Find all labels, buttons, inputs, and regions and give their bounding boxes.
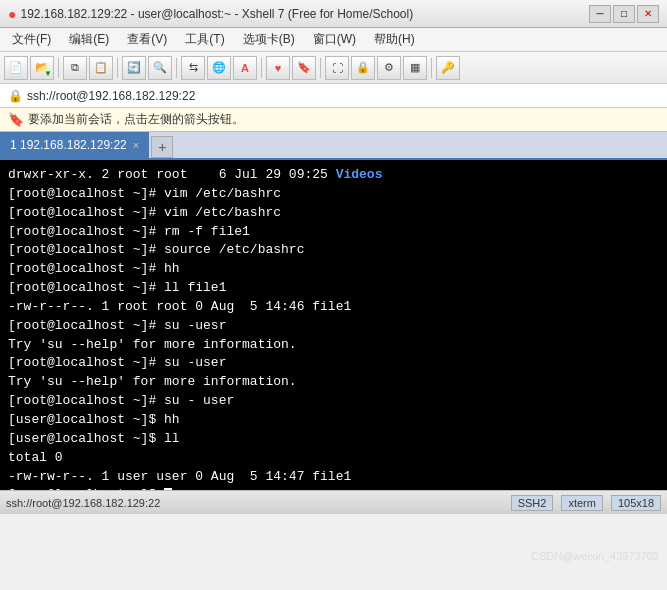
fullscreen-button[interactable]: ⛶ xyxy=(325,56,349,80)
term-badge: xterm xyxy=(561,495,603,511)
terminal-line: [root@localhost ~]# rm -f file1 xyxy=(8,223,659,242)
transfer-button[interactable]: ⇆ xyxy=(181,56,205,80)
status-right: SSH2 xterm 105x18 xyxy=(511,495,661,511)
toolbar-separator-5 xyxy=(320,58,321,78)
bookmark-button[interactable]: 🔖 xyxy=(292,56,316,80)
menu-view[interactable]: 查看(V) xyxy=(119,29,175,50)
new-tab-button[interactable]: + xyxy=(151,136,173,158)
menu-help[interactable]: 帮助(H) xyxy=(366,29,423,50)
size-badge: 105x18 xyxy=(611,495,661,511)
grid-button[interactable]: ▦ xyxy=(403,56,427,80)
info-icon: 🔖 xyxy=(8,112,24,127)
lock-button[interactable]: 🔒 xyxy=(351,56,375,80)
menu-bar: 文件(F) 编辑(E) 查看(V) 工具(T) 选项卡(B) 窗口(W) 帮助(… xyxy=(0,28,667,52)
status-url: ssh://root@192.168.182.129:22 xyxy=(6,497,511,509)
heart-button[interactable]: ♥ xyxy=(266,56,290,80)
terminal-line: [root@localhost ~]# ll file1 xyxy=(8,279,659,298)
search-button[interactable]: 🔍 xyxy=(148,56,172,80)
window-controls: ─ □ ✕ xyxy=(589,5,659,23)
title-bar: ● 192.168.182.129:22 - user@localhost:~ … xyxy=(0,0,667,28)
ssh-badge: SSH2 xyxy=(511,495,554,511)
terminal-line: [root@localhost ~]# su -uesr xyxy=(8,317,659,336)
menu-edit[interactable]: 编辑(E) xyxy=(61,29,117,50)
terminal-line: [root@localhost ~]# su - user xyxy=(8,392,659,411)
address-text: ssh://root@192.168.182.129:22 xyxy=(27,89,195,103)
toolbar-separator-1 xyxy=(58,58,59,78)
terminal-line: [root@localhost ~]# vim /etc/bashrc xyxy=(8,185,659,204)
terminal-line: [root@localhost ~]# vim /etc/bashrc xyxy=(8,204,659,223)
menu-tools[interactable]: 工具(T) xyxy=(177,29,232,50)
key-button[interactable]: 🔑 xyxy=(436,56,460,80)
toolbar-separator-6 xyxy=(431,58,432,78)
address-bar: 🔒 ssh://root@192.168.182.129:22 xyxy=(0,84,667,108)
terminal-line: -rw-rw-r--. 1 user user 0 Aug 5 14:47 fi… xyxy=(8,468,659,487)
maximize-button[interactable]: □ xyxy=(613,5,635,23)
open-button[interactable]: 📂▼ xyxy=(30,56,54,80)
app-icon: ● xyxy=(8,6,16,22)
menu-window[interactable]: 窗口(W) xyxy=(305,29,364,50)
status-bar: ssh://root@192.168.182.129:22 SSH2 xterm… xyxy=(0,490,667,514)
copy-button[interactable]: ⧉ xyxy=(63,56,87,80)
settings-button[interactable]: ⚙ xyxy=(377,56,401,80)
cursor xyxy=(164,488,172,490)
terminal-line: drwxr-xr-x. 2 root root 6 Jul 29 09:25 V… xyxy=(8,166,659,185)
tab-bar: 1 192.168.182.129:22 × + xyxy=(0,132,667,160)
lock-icon: 🔒 xyxy=(8,89,23,103)
terminal-line: [user@localhost ~]$ hh xyxy=(8,411,659,430)
terminal-line: [root@localhost ~]# su -user xyxy=(8,354,659,373)
terminal-line: Try 'su --help' for more information. xyxy=(8,373,659,392)
session-tab[interactable]: 1 192.168.182.129:22 × xyxy=(0,132,149,158)
menu-tabs[interactable]: 选项卡(B) xyxy=(235,29,303,50)
terminal-line: [root@localhost ~]# hh xyxy=(8,260,659,279)
terminal-line: [user@localhost ~]$ ll xyxy=(8,430,659,449)
minimize-button[interactable]: ─ xyxy=(589,5,611,23)
info-message: 要添加当前会话，点击左侧的箭头按钮。 xyxy=(28,111,244,128)
font-button[interactable]: A xyxy=(233,56,257,80)
terminal-line: Try 'su --help' for more information. xyxy=(8,336,659,355)
toolbar-separator-4 xyxy=(261,58,262,78)
info-bar: 🔖 要添加当前会话，点击左侧的箭头按钮。 xyxy=(0,108,667,132)
terminal-line: -rw-r--r--. 1 root root 0 Aug 5 14:46 fi… xyxy=(8,298,659,317)
terminal-line: [root@localhost ~]# source /etc/bashrc xyxy=(8,241,659,260)
globe-button[interactable]: 🌐 xyxy=(207,56,231,80)
toolbar-separator-3 xyxy=(176,58,177,78)
watermark: CSDN@weixin_43973702 xyxy=(531,550,659,562)
refresh-button[interactable]: 🔄 xyxy=(122,56,146,80)
window-title: 192.168.182.129:22 - user@localhost:~ - … xyxy=(20,7,589,21)
dir-videos: Videos xyxy=(336,167,383,182)
close-button[interactable]: ✕ xyxy=(637,5,659,23)
new-button[interactable]: 📄 xyxy=(4,56,28,80)
toolbar: 📄 📂▼ ⧉ 📋 🔄 🔍 ⇆ 🌐 A ♥ 🔖 ⛶ 🔒 ⚙ ▦ 🔑 xyxy=(0,52,667,84)
tab-close-button[interactable]: × xyxy=(133,139,139,151)
toolbar-separator-2 xyxy=(117,58,118,78)
terminal-line: total 0 xyxy=(8,449,659,468)
paste-button[interactable]: 📋 xyxy=(89,56,113,80)
terminal[interactable]: drwxr-xr-x. 2 root root 6 Jul 29 09:25 V… xyxy=(0,160,667,490)
tab-label: 1 192.168.182.129:22 xyxy=(10,138,127,152)
menu-file[interactable]: 文件(F) xyxy=(4,29,59,50)
